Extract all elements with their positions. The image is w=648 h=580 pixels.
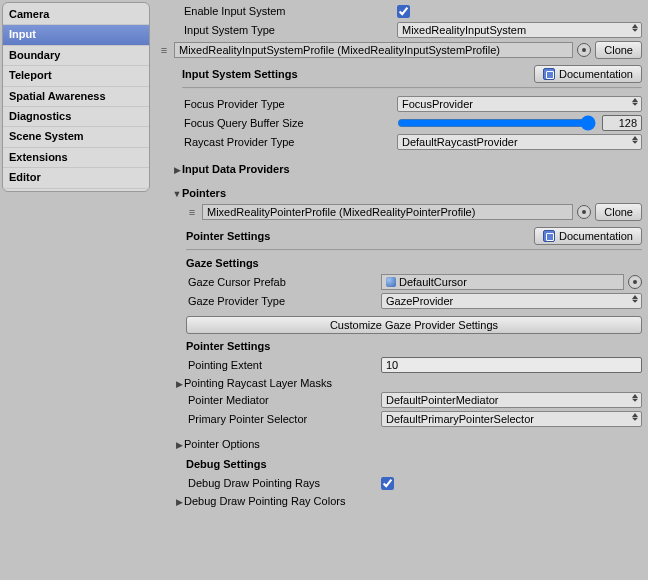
- gaze-cursor-label: Gaze Cursor Prefab: [186, 276, 381, 288]
- sidebar: Camera Input Boundary Teleport Spatial A…: [2, 2, 150, 192]
- raycast-provider-label: Raycast Provider Type: [182, 136, 397, 148]
- gaze-provider-label: Gaze Provider Type: [186, 295, 381, 307]
- chevron-right-icon: [174, 438, 184, 450]
- focus-provider-label: Focus Provider Type: [182, 98, 397, 110]
- primary-selector-label: Primary Pointer Selector: [186, 413, 381, 425]
- debug-settings-title: Debug Settings: [186, 458, 642, 470]
- object-picker-button[interactable]: [577, 43, 591, 57]
- clone-button[interactable]: Clone: [595, 203, 642, 221]
- input-system-type-label: Input System Type: [182, 24, 397, 36]
- pointer-options-title: Pointer Options: [184, 438, 260, 450]
- chevron-right-icon: [174, 495, 184, 507]
- object-picker-button[interactable]: [628, 275, 642, 289]
- focus-buffer-slider[interactable]: [397, 116, 596, 130]
- sidebar-item-teleport[interactable]: Teleport: [3, 66, 149, 86]
- documentation-icon: [543, 230, 555, 242]
- pointer-options-foldout[interactable]: Pointer Options: [174, 436, 642, 452]
- main-panel: Enable Input System Input System Type Mi…: [154, 0, 648, 580]
- pointing-extent-input[interactable]: 10: [381, 357, 642, 373]
- debug-draw-colors-title: Debug Draw Pointing Ray Colors: [184, 495, 345, 507]
- pointer-settings-subtitle: Pointer Settings: [186, 340, 642, 352]
- sidebar-item-camera[interactable]: Camera: [3, 5, 149, 25]
- input-system-type-dropdown[interactable]: MixedRealityInputSystem: [397, 22, 642, 38]
- input-profile-field[interactable]: MixedRealityInputSystemProfile (MixedRea…: [174, 42, 573, 58]
- gaze-cursor-prefab-field[interactable]: DefaultCursor: [381, 274, 624, 290]
- chevron-down-icon: [172, 187, 182, 199]
- raycast-masks-foldout[interactable]: Pointing Raycast Layer Masks: [174, 375, 642, 391]
- sidebar-item-spatial-awareness[interactable]: Spatial Awareness: [3, 87, 149, 107]
- pointing-extent-label: Pointing Extent: [186, 359, 381, 371]
- pointer-settings-title: Pointer Settings: [186, 230, 270, 242]
- gaze-provider-dropdown[interactable]: GazeProvider: [381, 293, 642, 309]
- sidebar-item-editor[interactable]: Editor: [3, 168, 149, 188]
- enable-input-checkbox[interactable]: [397, 5, 410, 18]
- documentation-button[interactable]: Documentation: [534, 65, 642, 83]
- pointers-title: Pointers: [182, 187, 226, 199]
- pointers-foldout[interactable]: Pointers: [154, 185, 642, 201]
- focus-buffer-value[interactable]: 128: [602, 115, 642, 131]
- debug-draw-rays-checkbox[interactable]: [381, 477, 394, 490]
- sidebar-item-boundary[interactable]: Boundary: [3, 46, 149, 66]
- primary-selector-dropdown[interactable]: DefaultPrimaryPointerSelector: [381, 411, 642, 427]
- raycast-provider-dropdown[interactable]: DefaultRaycastProvider: [397, 134, 642, 150]
- prefab-icon: [386, 277, 396, 287]
- chevron-right-icon: [172, 163, 182, 175]
- input-system-settings-title: Input System Settings: [182, 68, 298, 80]
- clone-button[interactable]: Clone: [595, 41, 642, 59]
- sidebar-item-input[interactable]: Input: [3, 25, 149, 45]
- input-data-providers-title: Input Data Providers: [182, 163, 290, 175]
- debug-draw-colors-foldout[interactable]: Debug Draw Pointing Ray Colors: [174, 493, 642, 509]
- chevron-right-icon: [174, 377, 184, 389]
- sidebar-item-scene-system[interactable]: Scene System: [3, 127, 149, 147]
- profile-icon: ≡: [158, 44, 170, 56]
- sidebar-item-diagnostics[interactable]: Diagnostics: [3, 107, 149, 127]
- documentation-button[interactable]: Documentation: [534, 227, 642, 245]
- debug-draw-rays-label: Debug Draw Pointing Rays: [186, 477, 381, 489]
- documentation-icon: [543, 68, 555, 80]
- focus-buffer-label: Focus Query Buffer Size: [182, 117, 397, 129]
- divider: [186, 249, 642, 251]
- mediator-label: Pointer Mediator: [186, 394, 381, 406]
- input-data-providers-foldout[interactable]: Input Data Providers: [154, 161, 642, 177]
- focus-provider-dropdown[interactable]: FocusProvider: [397, 96, 642, 112]
- customize-gaze-button[interactable]: Customize Gaze Provider Settings: [186, 316, 642, 334]
- mediator-dropdown[interactable]: DefaultPointerMediator: [381, 392, 642, 408]
- pointer-profile-field[interactable]: MixedRealityPointerProfile (MixedReality…: [202, 204, 573, 220]
- profile-icon: ≡: [186, 206, 198, 218]
- enable-input-label: Enable Input System: [182, 5, 397, 17]
- raycast-masks-title: Pointing Raycast Layer Masks: [184, 377, 332, 389]
- gaze-settings-title: Gaze Settings: [186, 257, 642, 269]
- sidebar-item-extensions[interactable]: Extensions: [3, 148, 149, 168]
- divider: [182, 87, 642, 89]
- object-picker-button[interactable]: [577, 205, 591, 219]
